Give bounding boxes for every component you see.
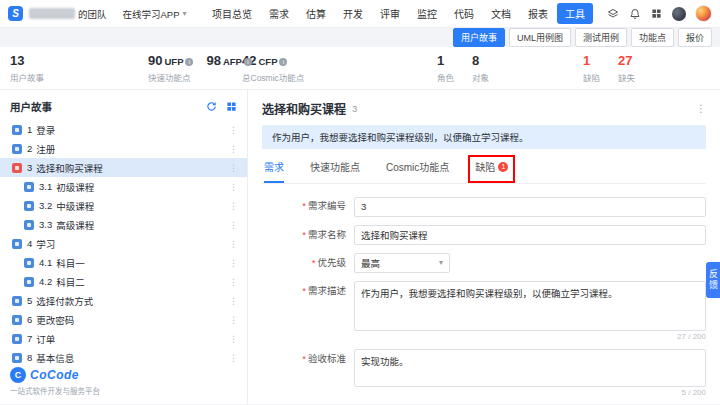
view-tab-uml[interactable]: UML用例图 [509,28,571,47]
detail-tabs: 需求 快速功能点 Cosmic功能点 缺陷1 [262,159,706,184]
priority-select[interactable]: 最高 ▾ [354,253,450,273]
app-grid-icon[interactable] [650,7,663,20]
nav-item-requirements[interactable]: 需求 [261,3,297,24]
refresh-icon[interactable] [205,101,217,113]
accept-textarea[interactable]: 实现功能。 [354,349,706,387]
nav-item-overview[interactable]: 项目总览 [204,3,260,24]
more-menu-icon[interactable]: ⋮ [226,334,241,344]
nav-item-estimation[interactable]: 估算 [298,3,334,24]
view-tab-user-stories[interactable]: 用户故事 [453,28,505,47]
story-number: 3 [27,162,32,173]
story-icon [24,277,34,287]
more-menu-icon[interactable]: ⋮ [226,144,241,154]
story-detail-panel: 选择和购买课程 3 ⋮ 作为用户，我想要选择和购买课程级别，以便确立学习课程。 … [248,90,720,404]
story-item-6[interactable]: 6 更改密码 ⋮ [0,310,247,329]
nav-item-code[interactable]: 代码 [446,3,482,24]
story-label: 订单 [36,332,55,346]
top-icon-group [606,5,712,22]
view-tab-quote[interactable]: 报价 [678,28,712,47]
chevron-down-icon: ▾ [183,9,187,18]
more-menu-icon[interactable]: ⋮ [226,182,241,192]
more-menu-icon[interactable]: ⋮ [696,103,706,114]
nav-item-tools[interactable]: 工具 [557,3,593,24]
view-tab-test-cases[interactable]: 测试用例 [575,28,627,47]
view-tab-function-points[interactable]: 功能点 [631,28,674,47]
story-label: 选择付款方式 [36,294,93,308]
story-item-3-2[interactable]: 3.2 中级课程 ⋮ [0,196,247,215]
nav-item-reports[interactable]: 报表 [520,3,556,24]
stats-bar: 13 用户故事 90 UFP i 98 AFP i 快速功能点 [0,47,720,90]
more-menu-icon[interactable]: ⋮ [226,258,241,268]
story-item-3-3[interactable]: 3.3 高级课程 ⋮ [0,215,247,234]
more-menu-icon[interactable]: ⋮ [226,315,241,325]
secondary-avatar[interactable] [672,7,686,21]
desc-textarea[interactable]: 作为用户，我想要选择和购买课程级别，以便确立学习课程。 [354,281,706,331]
story-label: 高级课程 [56,218,94,232]
story-icon [24,201,34,211]
story-item-4-1[interactable]: 4.1 科目一 ⋮ [0,253,247,272]
story-number: 4.1 [39,257,52,268]
story-item-2[interactable]: 2 注册 ⋮ [0,139,247,158]
story-icon [12,334,22,344]
team-switcher[interactable]: 的团队 [29,7,107,21]
story-number: 6 [27,314,32,325]
more-menu-icon[interactable]: ⋮ [226,296,241,306]
story-label: 学习 [36,237,55,251]
story-item-3-1[interactable]: 3.1 初级课程 ⋮ [0,177,247,196]
roles-count: 1 [437,53,454,68]
story-label: 选择和购买课程 [36,161,103,175]
nav-item-docs[interactable]: 文档 [483,3,519,24]
more-menu-icon[interactable]: ⋮ [226,201,241,211]
req-name-input[interactable] [354,225,706,245]
info-icon[interactable]: i [279,58,287,66]
layers-icon[interactable] [606,7,619,20]
brand-slogan: 一站式软件开发与服务平台 [10,385,237,396]
story-icon [12,239,22,249]
story-item-4-2[interactable]: 4.2 科目二 ⋮ [0,272,247,291]
defects-label: 缺陷 [583,71,600,83]
story-label: 中级课程 [56,199,94,213]
tab-requirement[interactable]: 需求 [264,159,284,183]
more-menu-icon[interactable]: ⋮ [226,277,241,287]
more-menu-icon[interactable]: ⋮ [226,353,241,363]
more-menu-icon[interactable]: ⋮ [226,239,241,249]
req-name-label: *需求名称 [262,225,354,245]
story-item-5[interactable]: 5 选择付款方式 ⋮ [0,291,247,310]
tab-fast-fp[interactable]: 快速功能点 [310,159,360,183]
bell-icon[interactable] [628,7,641,20]
story-item-8[interactable]: 8 基本信息 ⋮ [0,348,247,363]
project-selector[interactable]: 在线学习APP ▾ [123,7,187,21]
story-number: 5 [27,295,32,306]
story-icon [24,220,34,230]
sidebar-header: 用户故事 [0,90,247,120]
brand-footer: C CoCode 一站式软件开发与服务平台 [0,363,247,404]
story-number: 3.2 [39,200,52,211]
nav-item-development[interactable]: 开发 [335,3,371,24]
tab-cosmic-fp[interactable]: Cosmic功能点 [386,159,449,183]
more-menu-icon[interactable]: ⋮ [226,125,241,135]
nav-item-review[interactable]: 评审 [372,3,408,24]
story-item-4[interactable]: 4 学习 ⋮ [0,234,247,253]
brand-name: CoCode [30,368,79,382]
story-number: 8 [27,352,32,363]
grid-view-icon[interactable] [225,101,237,113]
nav-item-monitor[interactable]: 监控 [409,3,445,24]
roles-label: 角色 [437,71,454,83]
feedback-button[interactable]: 反馈 [706,262,720,298]
user-avatar[interactable] [695,5,712,22]
req-no-input[interactable] [354,197,706,217]
info-icon[interactable]: i [244,58,252,66]
stories-count: 13 [10,53,24,68]
story-number: 4 [27,238,32,249]
more-menu-icon[interactable]: ⋮ [226,220,241,230]
more-menu-icon[interactable]: ⋮ [226,163,241,173]
story-item-1[interactable]: 1 登录 ⋮ [0,120,247,139]
tab-defects[interactable]: 缺陷1 [475,159,508,183]
detail-title-index: 3 [352,103,357,114]
story-icon [12,125,22,135]
story-item-7[interactable]: 7 订单 ⋮ [0,329,247,348]
story-number: 3.3 [39,219,52,230]
info-icon[interactable]: i [185,58,193,66]
story-item-3-selected[interactable]: 3 选择和购买课程 ⋮ [0,158,247,177]
cocode-footer-logo-icon: C [10,367,26,383]
